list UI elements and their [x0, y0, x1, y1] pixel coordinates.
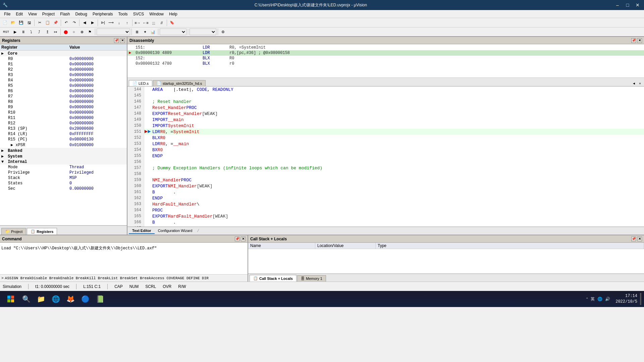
menu-project[interactable]: Project [40, 10, 57, 18]
menu-window[interactable]: Window [147, 10, 166, 18]
menu-tools[interactable]: Tools [116, 10, 130, 18]
tb-comment[interactable]: ;;; [150, 19, 157, 26]
tb-bp-access[interactable]: ⚑ [86, 28, 94, 36]
line-number: 165 [127, 213, 144, 219]
tab-nav-prev[interactable]: ◀ [631, 81, 637, 86]
callstack-pin-btn[interactable]: 📌 [631, 237, 636, 241]
file-tab-led[interactable]: 📄 LED.s [129, 80, 152, 86]
menu-view[interactable]: View [25, 10, 40, 18]
registers-table: Register Value ▶ CoreR00x00000000R10x000… [0, 44, 127, 225]
tray-network[interactable]: 🌐 [597, 297, 602, 302]
tab-text-editor[interactable]: Text Editor [129, 228, 155, 234]
tb-run[interactable]: ▶ [11, 28, 19, 36]
tb-back[interactable]: ◀ [81, 19, 88, 26]
register-row: ▶ Banked [0, 148, 127, 154]
show-desktop[interactable] [640, 293, 641, 305]
tb-open[interactable]: 📂 [9, 19, 17, 26]
code-arrow [144, 93, 151, 99]
start-button[interactable] [3, 291, 19, 307]
minimize-btn[interactable]: – [614, 1, 621, 9]
disasm-line: 0x08000132 4780 BLX r0 [127, 61, 644, 66]
menu-file[interactable]: File [1, 10, 13, 18]
disasm-close-btn[interactable]: ✕ [637, 38, 642, 43]
menu-edit[interactable]: Edit [13, 10, 25, 18]
tb-cut[interactable]: ✂ [36, 19, 43, 26]
tb-unindent[interactable]: ←≡ [142, 19, 149, 26]
tb-symbols[interactable]: ✦ [141, 28, 149, 36]
tb-runtocursor[interactable]: ↦ [52, 28, 59, 36]
menu-help[interactable]: Help [166, 10, 180, 18]
tb-settings[interactable]: ⚙ [219, 28, 227, 36]
tb-rst[interactable]: RST [1, 28, 11, 36]
line-number: 159 [127, 177, 144, 183]
line-content: NMI_Handler PROC [151, 177, 644, 183]
tb-save[interactable]: 💾 [17, 19, 25, 26]
registers-close-btn[interactable]: ✕ [120, 38, 125, 43]
line-content [151, 171, 644, 177]
tb-registers[interactable]: 📊 [149, 28, 157, 36]
tb-copy[interactable]: 📋 [44, 19, 51, 26]
tab-memory1[interactable]: 🗄 Memory 1 [297, 275, 326, 282]
tb-step-out[interactable]: ↑ [123, 19, 131, 26]
tb-redo[interactable]: ↷ [70, 19, 78, 26]
tb-new[interactable]: 📄 [1, 19, 9, 26]
taskbar-icon-app[interactable]: 📗 [94, 293, 106, 305]
disasm-pin-btn[interactable]: 📌 [631, 38, 636, 43]
tb-step[interactable]: ⤵ [28, 28, 35, 36]
tb-indent[interactable]: ≡→ [134, 19, 141, 26]
tray-lang[interactable]: 英 [591, 296, 595, 302]
code-editor[interactable]: 144 AREA |.text|, CODE, READONLY145146; … [127, 86, 644, 227]
register-row: R50x00000000 [0, 83, 127, 88]
taskbar-icon-files[interactable]: 📁 [35, 293, 47, 305]
tab-config-wizard[interactable]: Configuration Wizard [155, 228, 196, 234]
tb-disassembly[interactable]: ≣ [133, 28, 141, 36]
tb-stepout[interactable]: ↥ [44, 28, 51, 36]
tb-uncomment[interactable]: // [158, 19, 165, 26]
command-pin-btn[interactable]: 📌 [235, 237, 239, 241]
command-close-btn[interactable]: ✕ [241, 237, 246, 241]
tray-volume[interactable]: 🔊 [605, 297, 610, 302]
code-area: 📄 LED.s 📄 startup_stm32f10x_hd.s ◀ ✕ 144… [127, 78, 644, 235]
tray-arrow[interactable]: ⌃ [586, 297, 588, 301]
menu-debug[interactable]: Debug [73, 10, 90, 18]
tb-step-over[interactable]: ⟶ [107, 19, 115, 26]
tb-stepover[interactable]: ⤴ [36, 28, 43, 36]
tb-breakpoint[interactable]: ⬤ [62, 28, 69, 36]
tb-step-into[interactable]: ↓ [115, 19, 123, 26]
tab-project[interactable]: 📁 Project [1, 228, 26, 235]
time-display[interactable]: 17:14 2022/10/5 [615, 293, 637, 305]
line-number: 151 [127, 129, 144, 135]
menu-peripherals[interactable]: Peripherals [90, 10, 116, 18]
close-btn[interactable]: ✕ [634, 1, 641, 9]
tb-enable-bp[interactable]: ○ [70, 28, 77, 36]
tb-run-to-cursor[interactable]: ⊳| [99, 19, 107, 26]
tb-delete-bp[interactable]: ⊗ [78, 28, 86, 36]
tab-nav-next[interactable]: ✕ [637, 81, 643, 86]
tb-bookmark[interactable]: 🔖 [168, 19, 176, 26]
code-arrow [144, 153, 151, 159]
register-row: R20x00000000 [0, 67, 127, 72]
tb-view-select[interactable] [190, 28, 216, 35]
tb-window-select[interactable] [160, 28, 186, 35]
tb-stop[interactable]: ⏸ [19, 28, 27, 36]
registers-panel-header: Registers 📌 ✕ [0, 37, 127, 44]
tab-registers[interactable]: 📋 Registers [27, 228, 57, 235]
callstack-close-btn[interactable]: ✕ [637, 237, 642, 241]
registers-pin-btn[interactable]: 📌 [114, 38, 119, 43]
taskbar-icon-firefox[interactable]: 🦊 [64, 293, 76, 305]
tb-undo[interactable]: ↶ [62, 19, 70, 26]
file-tab-startup[interactable]: 📄 startup_stm32f10x_hd.s [153, 80, 206, 86]
maximize-btn[interactable]: □ [624, 1, 631, 9]
tb-debug-select[interactable] [97, 28, 130, 35]
tb-save-all[interactable]: 🖫 [25, 19, 33, 26]
taskbar-icon-search[interactable]: 🔍 [20, 293, 32, 305]
tb-paste[interactable]: 📌 [52, 19, 59, 26]
tb-forward[interactable]: ▶ [89, 19, 96, 26]
taskbar-icon-edge[interactable]: 🌐 [50, 293, 62, 305]
tab-callstack[interactable]: 📋 Call Stack + Locals [250, 275, 297, 282]
menu-svcs[interactable]: SVCS [130, 10, 147, 18]
taskbar-icon-chrome[interactable]: 🔵 [79, 293, 91, 305]
line-content: IMPORT __main [151, 117, 644, 123]
menu-flash[interactable]: Flash [57, 10, 72, 18]
line-number: 161 [127, 189, 144, 195]
